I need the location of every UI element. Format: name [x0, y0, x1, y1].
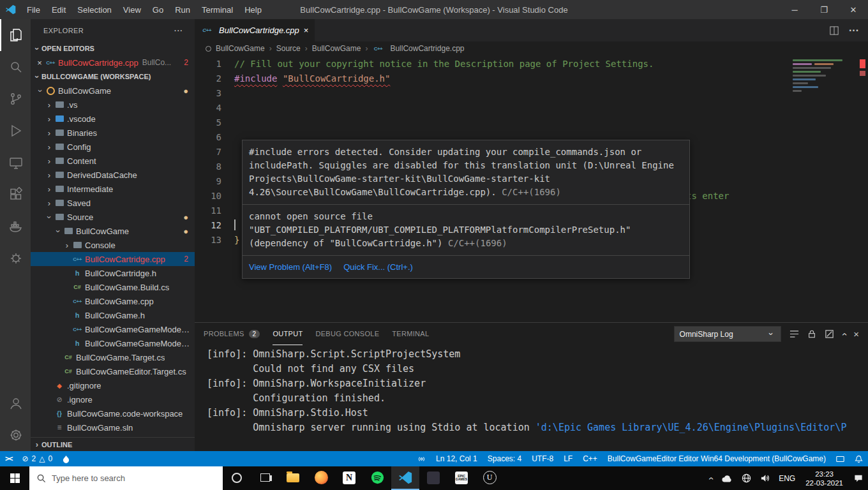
tree-item[interactable]: ›Binaries [31, 126, 195, 140]
firefox-button[interactable] [307, 466, 335, 490]
tree-item[interactable]: BullCowGame.Target.cs [31, 350, 195, 364]
tree-item[interactable]: BullCowGameGameModeBa... [31, 336, 195, 350]
activity-source-control-button[interactable] [0, 83, 31, 115]
notifications-button[interactable] [849, 451, 868, 466]
tree-item[interactable]: ›.vs [31, 98, 195, 112]
language-indicator[interactable]: ENG [774, 466, 800, 490]
tree-item[interactable]: BullCowGame.Build.cs [31, 280, 195, 294]
lock-icon[interactable] [807, 329, 816, 339]
tree-item[interactable]: ›Config [31, 140, 195, 154]
tab-terminal[interactable]: TERMINAL [392, 323, 429, 345]
output-channel-select[interactable]: OmniSharp Log › [674, 326, 781, 342]
menu-go[interactable]: Go [147, 0, 169, 19]
tree-item[interactable]: .ignore [31, 392, 195, 406]
maximize-button[interactable]: ❐ [809, 0, 839, 19]
overview-ruler[interactable] [860, 56, 865, 322]
screencast-button[interactable] [831, 451, 849, 466]
menu-help[interactable]: Help [239, 0, 267, 19]
remote-indicator[interactable]: >< [0, 451, 17, 466]
tree-item[interactable]: ›DerivedDataCache [31, 168, 195, 182]
tree-item[interactable]: ›Intermediate [31, 182, 195, 196]
tree-item[interactable]: ›.vscode [31, 112, 195, 126]
broadcast-status[interactable] [412, 451, 431, 466]
close-editor-icon[interactable]: × [34, 58, 45, 68]
menu-edit[interactable]: Edit [46, 0, 71, 19]
tree-item[interactable]: ›Console [31, 238, 195, 252]
unreal-engine-button[interactable]: U [475, 466, 504, 490]
minimize-button[interactable]: ─ [780, 0, 809, 19]
tree-item[interactable]: ›Content [31, 154, 195, 168]
spotify-button[interactable] [363, 466, 391, 490]
notion-button[interactable]: N [335, 466, 363, 490]
tree-item-root[interactable]: ›BullCowGame● [31, 84, 195, 98]
maximize-panel-icon[interactable]: › [839, 332, 849, 336]
tree-item[interactable]: BullCowGame.code-workspace [31, 406, 195, 420]
tree-item-selected[interactable]: BullCowCartridge.cpp2 [31, 252, 195, 266]
action-center-button[interactable] [849, 466, 868, 490]
explorer-actions-icon[interactable]: ··· [174, 27, 183, 34]
code-editor[interactable]: 1// Fill out your copyright notice in th… [195, 56, 868, 322]
cursor-position[interactable]: Ln 12, Col 1 [431, 451, 483, 466]
activity-run-debug-button[interactable] [0, 115, 31, 147]
tree-item[interactable]: BullCowCartridge.h [31, 266, 195, 280]
outline-section[interactable]: › OUTLINE [31, 437, 195, 451]
minimap[interactable] [793, 59, 854, 94]
activity-extensions-button[interactable] [0, 179, 31, 211]
account-button[interactable] [0, 387, 31, 419]
more-actions-icon[interactable]: ··· [849, 25, 859, 36]
menu-run[interactable]: Run [169, 0, 196, 19]
dark-app-button[interactable] [419, 466, 447, 490]
file-explorer-button[interactable] [279, 466, 307, 490]
problems-status[interactable]: ⊘2 △0 [17, 451, 57, 466]
tree-item[interactable]: BullCowGame.sln [31, 420, 195, 434]
output-log[interactable]: [info]: OmniSharp.Script.ScriptProjectSy… [195, 345, 868, 451]
tree-item[interactable]: BullCowGameGameModeBa... [31, 322, 195, 336]
view-problem-link[interactable]: View Problem (Alt+F8) [249, 260, 332, 274]
tray-expand-button[interactable]: › [705, 466, 717, 490]
tab-output[interactable]: OUTPUT [273, 323, 303, 345]
flame-status[interactable] [57, 451, 75, 466]
tab-debug-console[interactable]: DEBUG CONSOLE [315, 323, 379, 345]
open-editor-item[interactable]: × BullCowCartridge.cpp BullCo... 2 [31, 56, 195, 70]
menu-terminal[interactable]: Terminal [196, 0, 239, 19]
word-wrap-icon[interactable] [789, 329, 799, 339]
epic-games-button[interactable]: EPIC GAMES [447, 466, 475, 490]
tree-item[interactable]: BullCowGame.cpp [31, 294, 195, 308]
breadcrumb[interactable]: BullCowGame› Source› BullCowGame› BullCo… [195, 41, 868, 56]
tree-item[interactable]: ›Source● [31, 210, 195, 224]
tab-problems[interactable]: PROBLEMS 2 [204, 323, 260, 345]
indentation[interactable]: Spaces: 4 [483, 451, 527, 466]
close-button[interactable]: ✕ [839, 0, 868, 19]
menu-view[interactable]: View [117, 0, 147, 19]
tree-item[interactable]: BullCowGameEditor.Target.cs [31, 364, 195, 378]
activity-remote-explorer-button[interactable] [0, 147, 31, 179]
encoding[interactable]: UTF-8 [527, 451, 558, 466]
network-button[interactable] [737, 466, 756, 490]
build-configuration[interactable]: BullCowGameEditor Editor Win64 Developme… [602, 451, 831, 466]
activity-tools-button[interactable] [0, 242, 31, 274]
search-input[interactable] [52, 473, 198, 483]
split-editor-icon[interactable] [830, 26, 839, 35]
activity-search-button[interactable] [0, 51, 31, 83]
tree-item[interactable]: .gitignore [31, 378, 195, 392]
clear-output-icon[interactable] [825, 329, 834, 339]
close-panel-icon[interactable]: × [853, 329, 859, 339]
tree-item[interactable]: ›BullCowGame● [31, 224, 195, 238]
start-button[interactable] [0, 466, 29, 490]
quick-fix-link[interactable]: Quick Fix... (Ctrl+.) [343, 260, 413, 274]
task-view-button[interactable] [251, 466, 279, 490]
workspace-section[interactable]: › BULLCOWGAME (WORKSPACE) [31, 70, 195, 84]
activity-explorer-button[interactable] [0, 19, 31, 51]
vscode-button[interactable] [391, 466, 419, 490]
menu-selection[interactable]: Selection [71, 0, 117, 19]
eol-sequence[interactable]: LF [558, 451, 578, 466]
language-mode[interactable]: C++ [578, 451, 602, 466]
tree-item[interactable]: ›Saved [31, 196, 195, 210]
menu-file[interactable]: File [21, 0, 46, 19]
taskbar-search[interactable] [29, 466, 223, 490]
cortana-button[interactable] [223, 466, 251, 490]
volume-button[interactable] [756, 466, 774, 490]
taskbar-clock[interactable]: 23:23 22-03-2021 [800, 470, 849, 487]
open-editors-section[interactable]: › OPEN EDITORS [31, 41, 195, 56]
close-tab-icon[interactable]: × [304, 26, 309, 35]
